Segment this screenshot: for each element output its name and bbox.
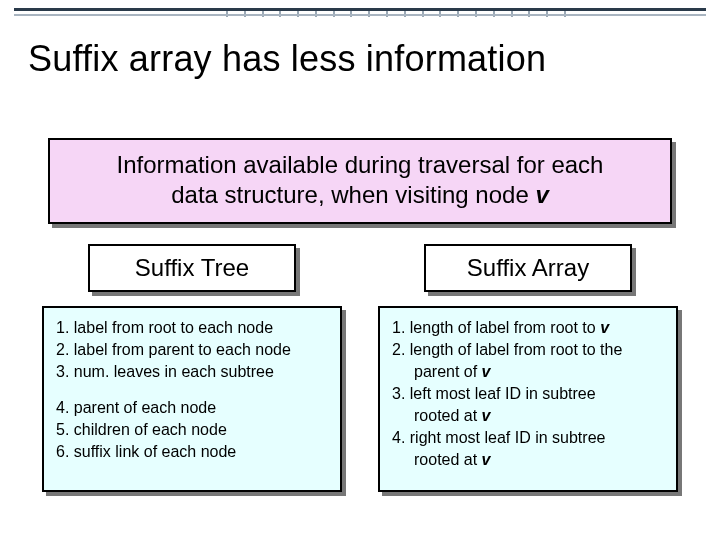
list-item: 6. suffix link of each node [56, 442, 328, 462]
subtitle-line1: Information available during traversal f… [68, 150, 652, 180]
list-item-cont: parent of v [392, 362, 664, 382]
list-item: 5. children of each node [56, 420, 328, 440]
list-item: 3. num. leaves in each subtree [56, 362, 328, 382]
left-column-heading: Suffix Tree [88, 244, 296, 292]
list-item: 2. label from parent to each node [56, 340, 328, 360]
list-item: 4. right most leaf ID in subtree [392, 428, 664, 448]
list-item: 4. parent of each node [56, 398, 328, 418]
list-item: 1. length of label from root to v [392, 318, 664, 338]
subtitle-line2: data structure, when visiting node v [68, 180, 652, 210]
header-rule [14, 8, 706, 18]
list-item: 1. label from root to each node [56, 318, 328, 338]
left-column-body: 1. label from root to each node 2. label… [42, 306, 342, 492]
list-item-cont: rooted at v [392, 450, 664, 470]
list-item-cont: rooted at v [392, 406, 664, 426]
list-item: 2. length of label from root to the [392, 340, 664, 360]
right-column-body: 1. length of label from root to v 2. len… [378, 306, 678, 492]
subtitle-box: Information available during traversal f… [48, 138, 672, 224]
right-column-heading: Suffix Array [424, 244, 632, 292]
list-item: 3. left most leaf ID in subtree [392, 384, 664, 404]
slide-title: Suffix array has less information [28, 38, 692, 80]
